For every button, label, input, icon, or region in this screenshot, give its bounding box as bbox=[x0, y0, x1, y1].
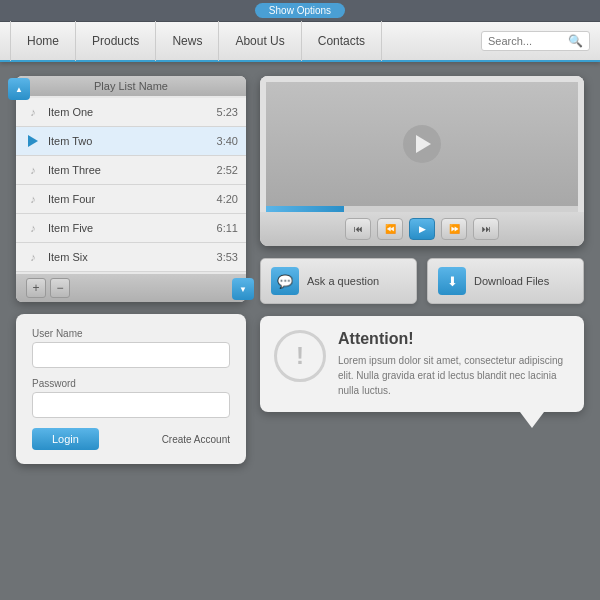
playlist-up-button[interactable] bbox=[8, 78, 30, 100]
video-player: ⏮ ⏪ ▶ ⏩ ⏭ bbox=[260, 76, 584, 246]
left-column: Play List Name ♪ Item One 5:23 Item Two … bbox=[16, 76, 246, 464]
music-note-icon: ♪ bbox=[24, 161, 42, 179]
login-widget: User Name Password Login Create Account bbox=[16, 314, 246, 464]
login-actions: Login Create Account bbox=[32, 428, 230, 450]
action-buttons: 💬 Ask a question ⬇ Download Files bbox=[260, 258, 584, 304]
username-input[interactable] bbox=[32, 342, 230, 368]
attention-widget: ! Attention! Lorem ipsum dolor sit amet,… bbox=[260, 316, 584, 412]
username-field: User Name bbox=[32, 328, 230, 368]
nav-items: Home Products News About Us Contacts bbox=[10, 21, 481, 61]
download-icon: ⬇ bbox=[438, 267, 466, 295]
add-item-button[interactable]: + bbox=[26, 278, 46, 298]
nav-item-contacts[interactable]: Contacts bbox=[302, 21, 382, 61]
playlist-widget: Play List Name ♪ Item One 5:23 Item Two … bbox=[16, 76, 246, 302]
top-bar: Show Options bbox=[0, 0, 600, 22]
video-progress-bar[interactable] bbox=[260, 206, 584, 212]
item-duration: 3:53 bbox=[217, 251, 238, 263]
music-note-icon: ♪ bbox=[24, 219, 42, 237]
item-duration: 3:40 bbox=[217, 135, 238, 147]
play-triangle-icon bbox=[416, 135, 431, 153]
list-item[interactable]: ♪ Item Five 6:11 bbox=[16, 214, 246, 243]
item-name: Item Three bbox=[48, 164, 217, 176]
main-content: Play List Name ♪ Item One 5:23 Item Two … bbox=[0, 62, 600, 478]
nav-item-news[interactable]: News bbox=[156, 21, 219, 61]
show-options-button[interactable]: Show Options bbox=[255, 3, 345, 18]
list-item[interactable]: Item Two 3:40 bbox=[16, 127, 246, 156]
item-name: Item Two bbox=[48, 135, 217, 147]
item-duration: 2:52 bbox=[217, 164, 238, 176]
video-play-button[interactable] bbox=[403, 125, 441, 163]
list-item[interactable]: ♪ Item Six 3:53 bbox=[16, 243, 246, 272]
attention-icon: ! bbox=[274, 330, 326, 382]
fast-forward-button[interactable]: ⏩ bbox=[441, 218, 467, 240]
download-files-label: Download Files bbox=[474, 275, 549, 287]
ask-question-label: Ask a question bbox=[307, 275, 379, 287]
playlist-add-remove: + − bbox=[26, 278, 70, 298]
search-input[interactable] bbox=[488, 35, 568, 47]
music-note-icon: ♪ bbox=[24, 103, 42, 121]
playlist-down-button[interactable] bbox=[232, 278, 254, 300]
music-note-icon: ♪ bbox=[24, 190, 42, 208]
music-note-icon: ♪ bbox=[24, 248, 42, 266]
play-pause-button[interactable]: ▶ bbox=[409, 218, 435, 240]
list-item[interactable]: ♪ Item Four 4:20 bbox=[16, 185, 246, 214]
item-duration: 4:20 bbox=[217, 193, 238, 205]
video-screen bbox=[260, 76, 584, 206]
download-files-button[interactable]: ⬇ Download Files bbox=[427, 258, 584, 304]
video-controls: ⏮ ⏪ ▶ ⏩ ⏭ bbox=[260, 212, 584, 246]
password-input[interactable] bbox=[32, 392, 230, 418]
create-account-link[interactable]: Create Account bbox=[162, 434, 230, 445]
chat-icon: 💬 bbox=[271, 267, 299, 295]
playlist-footer: + − bbox=[16, 274, 246, 302]
attention-text: Lorem ipsum dolor sit amet, consectetur … bbox=[338, 353, 570, 398]
list-item[interactable]: ♪ Item One 5:23 bbox=[16, 98, 246, 127]
search-box: 🔍 bbox=[481, 31, 590, 51]
username-label: User Name bbox=[32, 328, 230, 339]
playlist-header: Play List Name bbox=[16, 76, 246, 96]
list-item[interactable]: ♪ Item Three 2:52 bbox=[16, 156, 246, 185]
skip-forward-button[interactable]: ⏭ bbox=[473, 218, 499, 240]
right-column: ⏮ ⏪ ▶ ⏩ ⏭ 💬 Ask a question ⬇ Download Fi… bbox=[260, 76, 584, 464]
item-duration: 5:23 bbox=[217, 106, 238, 118]
remove-item-button[interactable]: − bbox=[50, 278, 70, 298]
search-icon[interactable]: 🔍 bbox=[568, 34, 583, 48]
item-name: Item Six bbox=[48, 251, 217, 263]
attention-title: Attention! bbox=[338, 330, 570, 348]
item-name: Item Five bbox=[48, 222, 217, 234]
nav-item-home[interactable]: Home bbox=[10, 21, 76, 61]
password-field: Password bbox=[32, 378, 230, 418]
item-name: Item One bbox=[48, 106, 217, 118]
play-icon bbox=[24, 132, 42, 150]
login-button[interactable]: Login bbox=[32, 428, 99, 450]
video-progress-fill bbox=[266, 206, 344, 212]
nav-bar: Home Products News About Us Contacts 🔍 bbox=[0, 22, 600, 62]
item-duration: 6:11 bbox=[217, 222, 238, 234]
skip-back-button[interactable]: ⏮ bbox=[345, 218, 371, 240]
ask-question-button[interactable]: 💬 Ask a question bbox=[260, 258, 417, 304]
playlist-title: Play List Name bbox=[26, 80, 236, 92]
playlist-items: ♪ Item One 5:23 Item Two 3:40 ♪ Item Thr… bbox=[16, 96, 246, 274]
attention-content: Attention! Lorem ipsum dolor sit amet, c… bbox=[338, 330, 570, 398]
item-name: Item Four bbox=[48, 193, 217, 205]
nav-item-products[interactable]: Products bbox=[76, 21, 156, 61]
password-label: Password bbox=[32, 378, 230, 389]
rewind-button[interactable]: ⏪ bbox=[377, 218, 403, 240]
nav-item-about[interactable]: About Us bbox=[219, 21, 301, 61]
